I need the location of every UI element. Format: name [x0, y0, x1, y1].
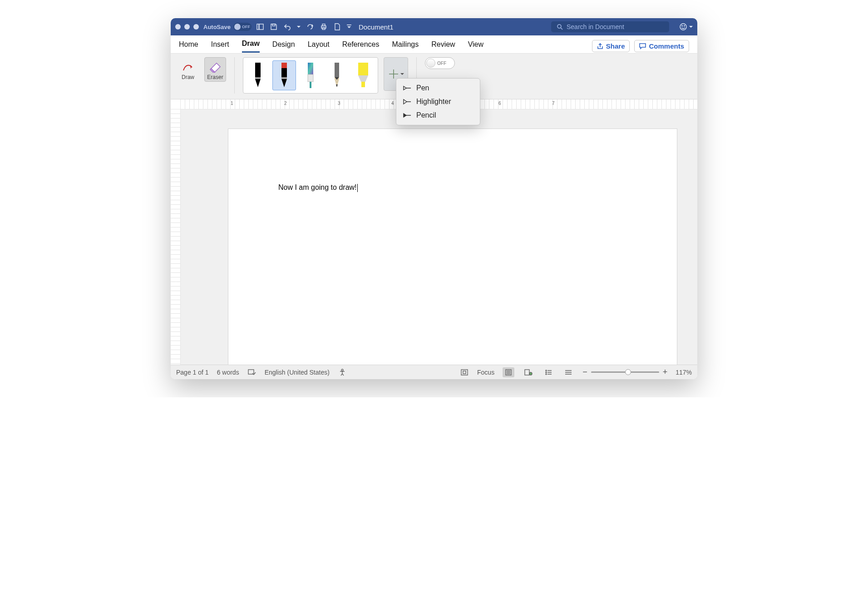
new-doc-icon[interactable]: [333, 23, 341, 31]
menu-item-pen[interactable]: Pen: [396, 81, 480, 95]
customize-qat-icon[interactable]: [347, 23, 351, 31]
draw-mode-button[interactable]: Draw: [177, 57, 199, 82]
document-body-text: Now I am going to draw!: [278, 183, 357, 191]
undo-icon[interactable]: [283, 23, 291, 31]
svg-point-9: [682, 25, 682, 26]
svg-marker-24: [336, 84, 338, 87]
svg-rect-21: [335, 63, 339, 77]
view-print-layout[interactable]: [503, 367, 514, 377]
svg-rect-19: [308, 74, 313, 82]
svg-rect-13: [255, 77, 261, 79]
page-indicator[interactable]: Page 1 of 1: [176, 369, 209, 376]
comment-icon: [639, 43, 646, 49]
focus-icon[interactable]: [460, 368, 469, 377]
feedback-button[interactable]: [679, 23, 693, 31]
app-window: AutoSave OFF Document1 Home Inse: [171, 18, 697, 379]
tab-references[interactable]: References: [342, 40, 380, 52]
pen-black[interactable]: [246, 60, 270, 90]
svg-rect-0: [257, 24, 259, 30]
window-controls: [175, 24, 199, 30]
document-area: Now I am going to draw!: [171, 109, 697, 365]
undo-dropdown-icon[interactable]: [297, 23, 301, 31]
accessibility-icon[interactable]: [338, 368, 347, 377]
svg-point-44: [546, 374, 547, 375]
ruler-corner: [171, 99, 181, 109]
tab-mailings[interactable]: Mailings: [392, 40, 419, 52]
text-cursor: [357, 184, 358, 192]
pen-red[interactable]: [272, 60, 296, 90]
zoom-level[interactable]: 117%: [676, 369, 692, 376]
close-window-icon[interactable]: [175, 24, 181, 30]
zoom-out-button[interactable]: −: [582, 367, 587, 377]
menu-item-highlighter[interactable]: Highlighter: [396, 95, 480, 109]
redo-icon[interactable]: [306, 23, 314, 31]
tab-layout[interactable]: Layout: [308, 40, 330, 52]
view-outline[interactable]: [542, 367, 554, 377]
lasso-draw-icon: [181, 60, 195, 74]
canvas[interactable]: Now I am going to draw!: [181, 109, 697, 365]
document-title: Document1: [359, 23, 394, 31]
svg-rect-1: [259, 24, 263, 30]
highlighter-yellow[interactable]: [351, 60, 375, 90]
pen-galaxy[interactable]: [299, 60, 322, 90]
tab-view[interactable]: View: [468, 40, 483, 52]
highlighter-nib-icon: [403, 98, 412, 105]
share-button[interactable]: Share: [592, 40, 630, 52]
autosave-switch[interactable]: OFF: [233, 23, 252, 31]
tab-draw[interactable]: Draw: [242, 40, 260, 53]
print-icon[interactable]: [320, 23, 328, 31]
zoom-thumb[interactable]: [625, 369, 631, 375]
tab-home[interactable]: Home: [179, 40, 198, 52]
search-box[interactable]: [551, 21, 669, 32]
comments-button[interactable]: Comments: [634, 40, 689, 52]
zoom-window-icon[interactable]: [193, 24, 199, 30]
svg-rect-38: [525, 370, 529, 375]
draw-mode-label: Draw: [182, 74, 194, 80]
tab-design[interactable]: Design: [272, 40, 295, 52]
zoom-track[interactable]: [591, 371, 659, 373]
svg-rect-25: [358, 63, 368, 75]
search-input[interactable]: [567, 23, 664, 30]
vertical-ruler[interactable]: [171, 109, 181, 365]
draw-touch-toggle[interactable]: OFF: [425, 57, 455, 69]
menu-item-pencil[interactable]: Pencil: [396, 109, 480, 122]
comments-label: Comments: [649, 42, 684, 50]
focus-button[interactable]: Focus: [477, 369, 494, 376]
spellcheck-icon[interactable]: [247, 368, 256, 377]
view-draft[interactable]: [562, 367, 574, 377]
svg-rect-27: [361, 82, 365, 87]
svg-point-8: [680, 24, 686, 30]
tab-review[interactable]: Review: [431, 40, 455, 52]
view-web-layout[interactable]: [523, 367, 534, 377]
svg-marker-26: [358, 75, 368, 82]
svg-marker-16: [281, 79, 287, 87]
svg-rect-4: [322, 24, 325, 26]
chevron-down-icon: [689, 25, 693, 29]
word-count[interactable]: 6 words: [217, 369, 239, 376]
autosave-label: AutoSave: [203, 24, 231, 30]
autosave-toggle[interactable]: AutoSave OFF: [203, 23, 252, 31]
svg-point-40: [546, 370, 547, 371]
eraser-label: Eraser: [207, 74, 223, 80]
pen-gallery: [243, 57, 378, 94]
svg-rect-5: [322, 28, 325, 30]
save-icon[interactable]: [270, 23, 278, 31]
zoom-slider[interactable]: − +: [582, 367, 667, 377]
eraser-icon: [208, 60, 222, 74]
language-indicator[interactable]: English (United States): [265, 369, 330, 376]
eraser-button[interactable]: Eraser: [204, 57, 226, 82]
pencil-gray[interactable]: [325, 60, 349, 90]
smile-icon: [679, 23, 687, 31]
svg-point-31: [341, 369, 343, 371]
pencil-nib-icon: [403, 112, 412, 119]
tab-insert[interactable]: Insert: [211, 40, 229, 52]
svg-rect-20: [310, 82, 311, 88]
svg-rect-33: [463, 371, 466, 374]
zoom-in-button[interactable]: +: [663, 367, 668, 377]
quick-access-toolbar: [256, 23, 351, 31]
minimize-window-icon[interactable]: [184, 24, 190, 30]
svg-point-7: [557, 25, 561, 28]
home-icon[interactable]: [256, 23, 264, 31]
svg-point-42: [546, 372, 547, 373]
page[interactable]: Now I am going to draw!: [228, 129, 677, 365]
